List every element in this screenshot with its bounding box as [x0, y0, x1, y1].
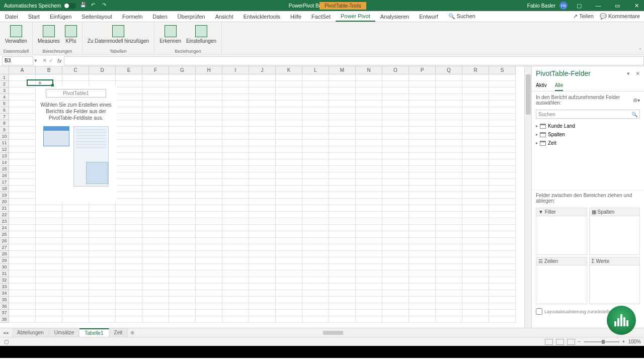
formula-input[interactable]: [64, 56, 644, 65]
sheet-tab[interactable]: Tabelle1: [79, 328, 109, 337]
add-sheet-icon[interactable]: ⊕: [128, 330, 137, 335]
area-columns[interactable]: ▦ Spalten: [589, 208, 640, 255]
fieldpane-close-icon[interactable]: ✕: [635, 70, 640, 76]
user-avatar[interactable]: FB: [559, 2, 568, 10]
grid[interactable]: ABCDEFGHIJKLMNOPQRS 12345678910111213141…: [0, 66, 531, 328]
zoom-slider[interactable]: [584, 341, 619, 342]
fx-icon[interactable]: fx: [57, 58, 62, 64]
row-header[interactable]: 25: [0, 231, 9, 238]
tab-start[interactable]: Start: [23, 11, 45, 22]
row-header[interactable]: 27: [0, 244, 9, 251]
fieldpane-options-icon[interactable]: ▾: [627, 70, 630, 76]
col-header[interactable]: I: [222, 66, 249, 74]
col-header[interactable]: N: [356, 66, 382, 74]
tab-daten[interactable]: Daten: [147, 11, 172, 22]
area-values[interactable]: Σ Werte: [589, 257, 640, 304]
collapse-ribbon-icon[interactable]: ˆ: [639, 48, 641, 54]
row-header[interactable]: 17: [0, 179, 9, 186]
row-header[interactable]: 19: [0, 192, 9, 199]
row-header[interactable]: 11: [0, 140, 9, 146]
ribbon-btn-erkennen[interactable]: Erkennen: [157, 24, 183, 45]
row-header[interactable]: 22: [0, 212, 9, 218]
undo-icon[interactable]: ↶: [91, 2, 98, 9]
context-tools-tab[interactable]: PivotTable-Tools: [319, 2, 366, 10]
share-button[interactable]: ↗ Teilen: [573, 13, 594, 20]
row-header[interactable]: 15: [0, 166, 9, 172]
row-header[interactable]: 13: [0, 153, 9, 159]
tab-ansicht[interactable]: Ansicht: [210, 11, 238, 22]
tab-überprüfen[interactable]: Überprüfen: [173, 11, 210, 22]
area-rows[interactable]: ☰ Zeilen: [536, 257, 587, 304]
row-header[interactable]: 18: [0, 186, 9, 192]
row-header[interactable]: 9: [0, 127, 9, 133]
row-header[interactable]: 32: [0, 277, 9, 284]
tab-active[interactable]: Aktiv: [536, 80, 547, 91]
ribbon-options-icon[interactable]: ▢: [572, 0, 587, 11]
tab-entwicklertools[interactable]: Entwicklertools: [238, 11, 285, 22]
col-header[interactable]: C: [62, 66, 89, 74]
col-header[interactable]: R: [462, 66, 489, 74]
ribbon-btn-measures[interactable]: Measures: [36, 24, 62, 45]
row-header[interactable]: 37: [0, 310, 9, 316]
row-header[interactable]: 28: [0, 251, 9, 257]
active-cell[interactable]: ✥: [27, 79, 53, 86]
select-all-cell[interactable]: [0, 66, 9, 74]
row-header[interactable]: 1: [0, 74, 9, 81]
tab-hilfe[interactable]: Hilfe: [285, 11, 306, 22]
col-header[interactable]: K: [276, 66, 302, 74]
zoom-in-icon[interactable]: +: [622, 339, 625, 344]
row-header[interactable]: 2: [0, 81, 9, 87]
row-header[interactable]: 7: [0, 114, 9, 120]
col-header[interactable]: S: [489, 66, 516, 74]
autosave-toggle[interactable]: Automatisches Speichern: [0, 3, 76, 9]
col-header[interactable]: D: [89, 66, 116, 74]
pivot-placeholder[interactable]: PivotTable1 Wählen Sie zum Erstellen ein…: [36, 86, 116, 202]
row-header[interactable]: 5: [0, 101, 9, 107]
comments-button[interactable]: 💬 Kommentare: [600, 13, 640, 20]
row-header[interactable]: 26: [0, 238, 9, 244]
ribbon-btn-kpis[interactable]: KPIs: [63, 24, 79, 45]
search-box[interactable]: 🔍 Suchen: [443, 11, 480, 22]
tab-formeln[interactable]: Formeln: [117, 11, 147, 22]
tab-einfügen[interactable]: Einfügen: [45, 11, 76, 22]
ribbon-btn-einstellungen[interactable]: Einstellungen: [184, 24, 218, 45]
tab-all[interactable]: Alle: [555, 80, 564, 91]
user-name[interactable]: Fabio Basler: [527, 3, 555, 9]
row-header[interactable]: 21: [0, 205, 9, 212]
row-header[interactable]: 35: [0, 297, 9, 303]
col-header[interactable]: H: [196, 66, 222, 74]
row-header[interactable]: 10: [0, 133, 9, 140]
row-header[interactable]: 4: [0, 94, 9, 101]
toggle-switch[interactable]: [64, 3, 76, 9]
col-header[interactable]: O: [382, 66, 409, 74]
sheet-tab[interactable]: Umsätze: [49, 328, 79, 337]
sheet-tab[interactable]: Abteilungen: [12, 328, 49, 337]
col-header[interactable]: Q: [436, 66, 462, 74]
maximize-icon[interactable]: ▭: [610, 0, 625, 11]
field-item[interactable]: ▸Kunde Land: [536, 122, 640, 130]
horizontal-scrollbar[interactable]: [322, 330, 635, 336]
col-header[interactable]: E: [116, 66, 142, 74]
col-header[interactable]: M: [329, 66, 356, 74]
namebox-dropdown-icon[interactable]: ▾: [33, 57, 38, 64]
row-header[interactable]: 29: [0, 257, 9, 264]
tab-power-pivot[interactable]: Power Pivot: [336, 11, 375, 22]
tab-seitenlayout[interactable]: Seitenlayout: [76, 11, 117, 22]
tab-factset[interactable]: FactSet: [306, 11, 336, 22]
row-header[interactable]: 12: [0, 146, 9, 153]
record-macro-icon[interactable]: ▢: [4, 339, 9, 344]
col-header[interactable]: A: [9, 66, 36, 74]
close-icon[interactable]: ✕: [629, 0, 644, 11]
row-header[interactable]: 24: [0, 225, 9, 231]
row-header[interactable]: 14: [0, 159, 9, 166]
field-item[interactable]: ▸Zeit: [536, 139, 640, 147]
vertical-scrollbar[interactable]: [524, 66, 531, 328]
area-filter[interactable]: ▼ Filter: [536, 208, 587, 255]
gear-icon[interactable]: ⚙▾: [633, 98, 640, 103]
page-layout-icon[interactable]: [556, 339, 564, 345]
ribbon-btn-zu-datenmodell-hinzufügen[interactable]: Zu Datenmodell hinzufügen: [86, 24, 151, 45]
tab-datei[interactable]: Datei: [0, 11, 23, 22]
col-header[interactable]: F: [142, 66, 169, 74]
sheet-tab[interactable]: Zeit: [109, 328, 128, 337]
accept-formula-icon[interactable]: ✓: [49, 57, 53, 64]
